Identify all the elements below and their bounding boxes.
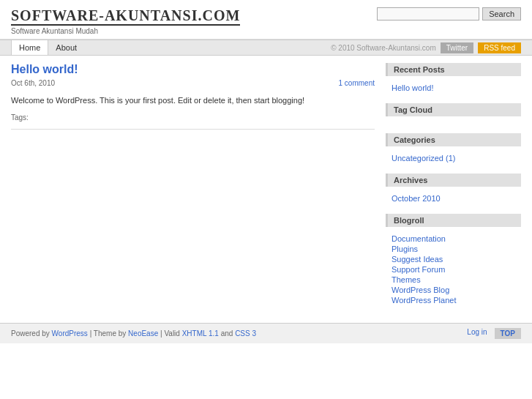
main-content: Hello world! Oct 6th, 2010 1 comment Wel… (0, 56, 532, 323)
site-title[interactable]: SOFTWARE-AKUNTANSI.COM (11, 7, 240, 26)
search-area: Search (377, 7, 521, 20)
login-link[interactable]: Log in (467, 328, 487, 339)
categories-widget: Categories Uncategorized (1) (386, 133, 521, 166)
wordpress-link[interactable]: WordPress (52, 329, 88, 338)
content-area: Hello world! Oct 6th, 2010 1 comment Wel… (11, 63, 375, 316)
blogroll-link-wp-blog[interactable]: WordPress Blog (391, 285, 515, 295)
search-input[interactable] (377, 7, 479, 20)
blogroll-content: Documentation Plugins Suggest Ideas Supp… (386, 231, 521, 308)
css-link[interactable]: CSS 3 (235, 329, 256, 338)
categories-title: Categories (386, 133, 521, 146)
search-button[interactable]: Search (482, 7, 521, 20)
nav-rss-link[interactable]: RSS feed (478, 42, 521, 53)
post-date: Oct 6th, 2010 (11, 79, 55, 87)
tag-cloud-title: Tag Cloud (386, 103, 521, 116)
neoeasi-link[interactable]: NeoEase (128, 329, 158, 338)
recent-posts-content: Hello world! (386, 80, 521, 96)
recent-posts-title: Recent Posts (386, 63, 521, 76)
blogroll-link-suggest[interactable]: Suggest Ideas (391, 254, 515, 264)
category-link[interactable]: Uncategorized (1) (391, 153, 515, 163)
xhtml-link[interactable]: XHTML 1.1 (182, 329, 219, 338)
sidebar: Recent Posts Hello world! Tag Cloud Cate… (386, 63, 521, 316)
valid-prefix: | Valid (158, 329, 181, 338)
blogroll-link-support[interactable]: Support Forum (391, 264, 515, 275)
recent-posts-widget: Recent Posts Hello world! (386, 63, 521, 96)
top-button[interactable]: TOP (495, 328, 521, 339)
nav-twitter-link[interactable]: Twitter (441, 42, 473, 53)
blogroll-link-wp-planet[interactable]: WordPress Planet (391, 295, 515, 305)
archives-content: October 2010 (386, 190, 521, 206)
blogroll-widget: Blogroll Documentation Plugins Suggest I… (386, 214, 521, 308)
post-comment-link[interactable]: 1 comment (339, 79, 375, 87)
footer-left: Powered by WordPress | Theme by NeoEase … (11, 329, 256, 338)
blogroll-title: Blogroll (386, 214, 521, 227)
footer-right: Log in TOP (467, 328, 521, 339)
site-tagline: Software Akuntansi Mudah (11, 27, 240, 35)
and-text: and (219, 329, 235, 338)
nav-right: © 2010 Software-Akuntansi.com Twitter RS… (331, 42, 521, 53)
archives-title: Archives (386, 174, 521, 187)
archive-link[interactable]: October 2010 (391, 193, 515, 204)
post-divider (11, 129, 375, 130)
nav-copyright: © 2010 Software-Akuntansi.com (331, 44, 436, 52)
tag-cloud-widget: Tag Cloud (386, 103, 521, 126)
nav-links: Home About (11, 40, 84, 55)
blogroll-link-documentation[interactable]: Documentation (391, 234, 515, 244)
tag-cloud-content (386, 120, 521, 126)
nav-bar: Home About © 2010 Software-Akuntansi.com… (0, 40, 532, 56)
post: Hello world! Oct 6th, 2010 1 comment Wel… (11, 63, 375, 122)
theme-prefix: | Theme by (88, 329, 128, 338)
post-title[interactable]: Hello world! (11, 63, 375, 76)
post-body: Welcome to WordPress. This is your first… (11, 94, 375, 108)
nav-about[interactable]: About (48, 40, 84, 55)
footer: Powered by WordPress | Theme by NeoEase … (0, 323, 532, 343)
categories-content: Uncategorized (1) (386, 150, 521, 166)
blogroll-link-plugins[interactable]: Plugins (391, 244, 515, 254)
recent-post-link[interactable]: Hello world! (391, 83, 515, 93)
powered-by-prefix: Powered by (11, 329, 52, 338)
nav-home[interactable]: Home (11, 40, 48, 55)
blogroll-link-themes[interactable]: Themes (391, 275, 515, 285)
post-tags: Tags: (11, 113, 375, 122)
post-meta: Oct 6th, 2010 1 comment (11, 79, 375, 87)
archives-widget: Archives October 2010 (386, 174, 521, 206)
